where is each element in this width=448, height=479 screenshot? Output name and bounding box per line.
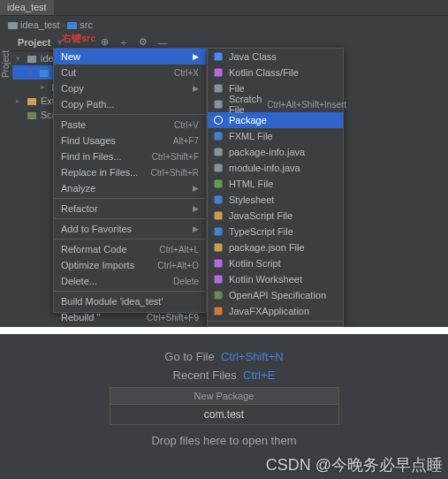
svg-rect-3 xyxy=(40,70,49,77)
menu-item[interactable]: package-info.java xyxy=(208,144,343,160)
folder-icon xyxy=(7,19,19,31)
menu-item[interactable]: Copy Path... xyxy=(54,96,206,112)
folder-icon xyxy=(66,19,78,31)
watermark: CSDN @今晚务必早点睡 xyxy=(266,454,443,475)
hint-drop-files: Drop files here to open them xyxy=(0,434,448,447)
hint-goto-file: Go to File Ctrl+Shift+N xyxy=(0,350,448,363)
menu-item[interactable]: Refactor▶ xyxy=(54,201,206,217)
menu-item[interactable]: package.json File xyxy=(208,240,343,255)
svg-rect-18 xyxy=(215,228,223,236)
menu-item[interactable]: HTML File xyxy=(208,176,343,192)
menu-item[interactable]: Scratch FileCtrl+Alt+Shift+Insert xyxy=(208,96,343,112)
crumb-src[interactable]: src xyxy=(80,19,93,30)
svg-rect-7 xyxy=(215,53,223,61)
menu-item[interactable]: Optimize ImportsCtrl+Alt+O xyxy=(54,257,206,273)
new-package-dialog: New Package com.test xyxy=(110,387,339,425)
menu-item[interactable]: Delete...Delete xyxy=(54,273,206,289)
tab-idea-test[interactable]: idea_test xyxy=(0,0,54,15)
svg-rect-14 xyxy=(215,164,223,172)
menu-item[interactable]: Kotlin Worksheet xyxy=(208,271,343,287)
menu-item[interactable]: Stylesheet xyxy=(208,192,343,208)
hide-icon[interactable]: — xyxy=(156,36,169,49)
svg-rect-5 xyxy=(27,98,36,105)
annotation-label: 右键src xyxy=(62,32,96,45)
svg-rect-20 xyxy=(215,260,223,268)
context-menu[interactable]: New▶CutCtrl+XCopy▶Copy Path...PasteCtrl+… xyxy=(53,48,207,313)
svg-rect-15 xyxy=(215,180,223,188)
menu-item[interactable]: Package xyxy=(208,112,343,128)
crumb-project[interactable]: idea_test xyxy=(20,19,60,30)
ide-bottom-pane: Go to File Ctrl+Shift+N Recent Files Ctr… xyxy=(0,334,448,479)
ide-top-pane: idea_test idea_test › src Project Projec… xyxy=(0,0,448,327)
editor-tabbar: idea_test xyxy=(0,0,448,16)
svg-rect-10 xyxy=(215,101,223,109)
menu-item[interactable]: FXML File xyxy=(208,128,343,144)
svg-rect-0 xyxy=(8,22,18,29)
svg-rect-2 xyxy=(27,56,36,63)
toolwindow-stripe[interactable]: Project xyxy=(0,37,12,90)
menu-item[interactable]: New▶ xyxy=(54,49,206,65)
expand-all-icon[interactable]: ÷ xyxy=(118,36,130,49)
menu-item[interactable]: PasteCtrl+V xyxy=(54,117,206,133)
dialog-title: New Package xyxy=(110,388,338,405)
menu-item[interactable]: Kotlin Script xyxy=(208,255,343,271)
gear-icon[interactable]: ⚙ xyxy=(137,36,149,49)
svg-rect-21 xyxy=(215,276,223,284)
menu-item[interactable]: File xyxy=(208,80,343,96)
menu-item[interactable]: OpenAPI Specification xyxy=(208,287,343,303)
hint-recent-files: Recent Files Ctrl+E xyxy=(0,369,448,382)
menu-item[interactable]: Java Class xyxy=(208,49,343,65)
menu-item[interactable]: JavaScript File xyxy=(208,208,343,224)
svg-rect-1 xyxy=(67,22,77,29)
menu-item[interactable]: Build Module 'idea_test' xyxy=(54,293,206,309)
breadcrumb: idea_test › src xyxy=(0,16,448,34)
svg-rect-9 xyxy=(215,85,223,93)
new-submenu[interactable]: Java ClassKotlin Class/FileFileScratch F… xyxy=(207,48,344,327)
svg-rect-8 xyxy=(215,69,223,77)
svg-rect-12 xyxy=(215,133,223,141)
svg-rect-23 xyxy=(215,308,223,316)
menu-item[interactable]: TypeScript File xyxy=(208,224,343,240)
chevron-right-icon: › xyxy=(62,19,65,30)
menu-item[interactable]: Reformat CodeCtrl+Alt+L xyxy=(54,241,206,257)
menu-item[interactable]: Add to Favorites▶ xyxy=(54,221,206,237)
svg-point-11 xyxy=(215,117,223,125)
menu-item[interactable]: Find in Files...Ctrl+Shift+F xyxy=(54,148,206,164)
package-name-input[interactable]: com.test xyxy=(110,405,338,424)
svg-rect-13 xyxy=(215,148,223,156)
menu-item[interactable]: Analyze▶ xyxy=(54,180,206,196)
menu-item[interactable]: Replace in Files...Ctrl+Shift+R xyxy=(54,164,206,180)
menu-item[interactable]: JavaFXApplication xyxy=(208,303,343,319)
menu-item[interactable]: module-info.java xyxy=(208,160,343,176)
svg-rect-17 xyxy=(215,212,223,220)
tool-title: Project xyxy=(18,37,50,48)
menu-item[interactable]: Rebuild ''Ctrl+Shift+F9 xyxy=(54,309,206,325)
svg-rect-16 xyxy=(215,196,223,204)
split-gap xyxy=(0,327,448,334)
menu-item[interactable]: CutCtrl+X xyxy=(54,65,206,80)
menu-item[interactable]: Copy▶ xyxy=(54,80,206,96)
menu-item[interactable]: Find UsagesAlt+F7 xyxy=(54,133,206,148)
menu-item[interactable]: Kotlin Class/File xyxy=(208,65,343,80)
select-opened-icon[interactable]: ⊕ xyxy=(98,36,110,49)
svg-rect-19 xyxy=(215,244,223,252)
svg-rect-22 xyxy=(215,292,223,300)
svg-rect-6 xyxy=(27,112,36,119)
